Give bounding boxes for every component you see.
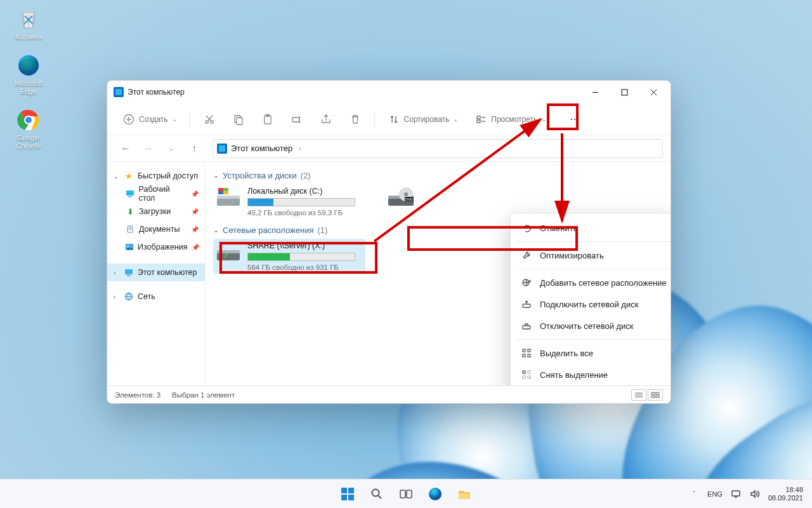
tray-lang[interactable]: ENG	[707, 490, 723, 498]
nav-forward[interactable]: →	[138, 138, 159, 159]
more-menu-popup: Отменить Оптимизировать Добавить сетевое…	[510, 213, 671, 385]
svg-rect-74	[656, 396, 659, 398]
rename-button[interactable]	[284, 109, 310, 130]
sidebar: ⌄★ Быстрый доступ Рабочий стол📌 ⬇ Загруз…	[107, 162, 206, 385]
svg-rect-87	[732, 491, 740, 496]
share-button[interactable]	[313, 109, 339, 130]
copy-button[interactable]	[226, 109, 251, 130]
svg-point-81	[372, 489, 379, 496]
task-view-button[interactable]	[394, 482, 418, 506]
svg-line-82	[378, 495, 381, 498]
svg-text:DVD: DVD	[405, 197, 414, 201]
rename-icon	[291, 113, 303, 126]
svg-rect-31	[125, 269, 133, 274]
close-button[interactable]	[639, 82, 668, 102]
sort-button[interactable]: Сортировать ⌄	[381, 109, 465, 130]
sidebar-item-network[interactable]: › Сеть	[107, 288, 205, 305]
tray-clock[interactable]: 18:48 08.09.2021	[768, 486, 803, 502]
sidebar-quick-access[interactable]: ⌄★ Быстрый доступ	[107, 167, 205, 185]
pin-icon: 📌	[191, 190, 199, 197]
svg-rect-58	[523, 371, 525, 373]
dvd-drive-icon: DVD	[387, 187, 412, 208]
select-none-icon	[521, 369, 532, 380]
drive-share-x[interactable]: SHARE (\\Server) (X:) 564 ГБ свободно из…	[213, 239, 365, 274]
pin-icon: 📌	[191, 226, 199, 233]
scissors-icon	[203, 113, 216, 126]
svg-rect-77	[341, 488, 347, 493]
svg-rect-41	[223, 191, 228, 194]
menu-map-network-drive[interactable]: Подключить сетевой диск	[511, 293, 671, 315]
drive-dvd[interactable]: DVD	[384, 184, 435, 219]
sidebar-item-this-pc[interactable]: › Этот компьютер	[107, 264, 205, 281]
view-button[interactable]: Просмотреть ⌄	[468, 109, 553, 130]
svg-point-50	[220, 257, 222, 259]
share-icon	[320, 113, 332, 126]
menu-disconnect-network-drive[interactable]: Отключить сетевой диск	[511, 315, 671, 337]
menu-select-all[interactable]: Выделить все	[511, 342, 671, 364]
svg-rect-86	[459, 493, 470, 499]
nav-up[interactable]: ↑	[183, 138, 205, 159]
svg-point-30	[128, 246, 129, 247]
group-devices[interactable]: ⌄ Устройства и диски (2)	[213, 171, 663, 180]
search-button[interactable]	[365, 482, 389, 506]
svg-rect-57	[528, 354, 530, 357]
copy-icon	[232, 113, 245, 126]
svg-rect-38	[218, 188, 223, 191]
taskbar-edge[interactable]	[423, 482, 447, 506]
svg-rect-21	[477, 120, 480, 123]
address-bar[interactable]: Этот компьютер ›	[213, 139, 663, 158]
menu-select-none[interactable]: Снять выделение	[511, 364, 671, 385]
sort-icon	[388, 113, 400, 126]
title-bar[interactable]: Этот компьютер	[107, 81, 671, 104]
new-button[interactable]: Создать ⌄	[116, 109, 183, 130]
toolbar: Создать ⌄ Сортировать ⌄ Просмотреть ⌄ ··…	[107, 104, 671, 135]
sidebar-item-downloads[interactable]: ⬇ Загрузки📌	[107, 203, 205, 220]
svg-rect-54	[523, 349, 525, 352]
status-count: Элементов: 3	[115, 391, 160, 399]
menu-undo[interactable]: Отменить	[511, 217, 671, 239]
delete-button[interactable]	[343, 109, 368, 130]
recycle-bin[interactable]: Корзина	[6, 6, 51, 41]
view-tiles-button[interactable]	[648, 389, 663, 401]
globe-plus-icon	[521, 277, 532, 288]
content-pane: ⌄ Устройства и диски (2) Локальный диск …	[206, 162, 671, 385]
chevron-down-icon: ⌄	[213, 226, 219, 234]
minimize-button[interactable]	[580, 82, 610, 102]
taskbar-explorer[interactable]	[452, 482, 476, 506]
network-icon	[124, 291, 134, 302]
nav-recent[interactable]: ⌄	[160, 138, 182, 159]
svg-rect-53	[523, 326, 530, 329]
svg-rect-80	[348, 495, 354, 500]
svg-rect-32	[127, 275, 131, 276]
more-button[interactable]: ···	[560, 109, 591, 130]
svg-rect-61	[528, 376, 530, 378]
download-icon: ⬇	[125, 206, 135, 217]
start-button[interactable]	[336, 482, 360, 506]
paste-button[interactable]	[255, 109, 280, 130]
cut-button[interactable]	[197, 109, 222, 130]
svg-rect-59	[528, 371, 530, 373]
menu-optimize[interactable]: Оптимизировать	[511, 244, 671, 266]
network-drive-icon	[216, 241, 241, 263]
svg-rect-49	[217, 250, 240, 253]
sidebar-item-pictures[interactable]: Изображения📌	[107, 238, 205, 256]
chevron-down-icon: ⌄	[453, 116, 458, 123]
tray-chevron-up[interactable]: ˆ	[688, 488, 700, 500]
sidebar-item-desktop[interactable]: Рабочий стол📌	[107, 185, 205, 203]
explorer-window: Этот компьютер Создать ⌄ Сортировать ⌄ П…	[107, 80, 671, 404]
view-details-button[interactable]	[631, 389, 646, 401]
menu-add-net-location[interactable]: Добавить сетевое расположение	[511, 272, 671, 293]
chevron-down-icon: ⌄	[541, 116, 546, 123]
drive-icon	[216, 187, 241, 208]
svg-rect-73	[652, 396, 655, 398]
sidebar-item-documents[interactable]: Документы📌	[107, 220, 205, 238]
chrome-shortcut[interactable]: Google Chrome	[6, 107, 51, 150]
network-tray-icon[interactable]	[730, 488, 742, 500]
nav-back[interactable]: ←	[115, 138, 136, 159]
maximize-button[interactable]	[610, 82, 639, 102]
volume-tray-icon[interactable]	[749, 488, 761, 500]
drive-local-c[interactable]: Локальный диск (C:) 45,2 ГБ свободно из …	[213, 184, 365, 219]
svg-rect-79	[341, 495, 347, 500]
edge-shortcut[interactable]: Microsoft Edge	[6, 53, 51, 96]
svg-rect-20	[477, 116, 480, 119]
